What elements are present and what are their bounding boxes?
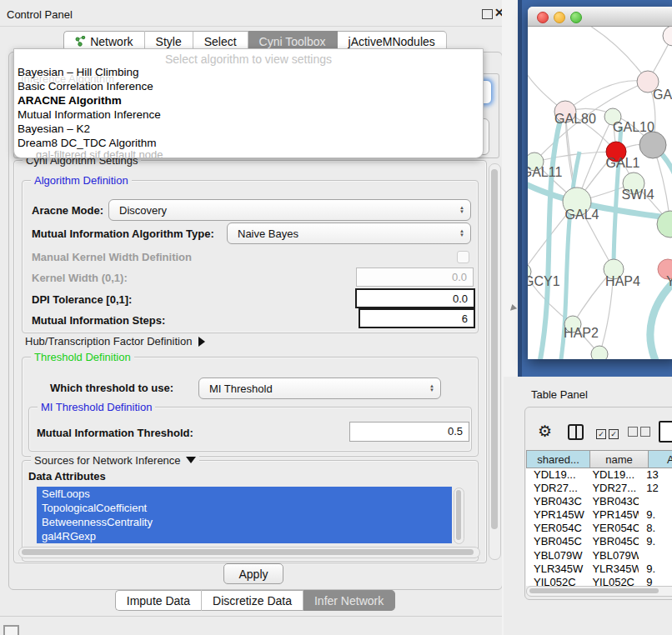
minimize-traffic-light-icon[interactable] — [554, 12, 565, 23]
kernel-width-label: Kernel Width (0,1): — [32, 272, 128, 284]
table-row[interactable]: YER054C YER054C 8. — [526, 522, 672, 535]
data-attribute-item[interactable]: SelfLoops — [37, 487, 452, 501]
kernel-width-input[interactable]: 0.0 — [356, 268, 474, 287]
table-panel-title: Table Panel — [531, 388, 588, 401]
tab-discretize-data[interactable]: Discretize Data — [202, 590, 303, 611]
data-attribute-item[interactable]: BetweennessCentrality — [37, 515, 452, 529]
table-body: YDL19... YDL19... 13 YDR27... YDR27... 1… — [526, 468, 672, 586]
mi-algorithm-type-label: Mutual Information Algorithm Type: — [32, 228, 214, 240]
screen: Control Panel ✕ Network Style Select Cyn… — [0, 0, 672, 635]
aracne-mode-combobox[interactable]: Discovery ▲▼ — [108, 199, 471, 221]
attributes-scroll-thumb[interactable] — [456, 490, 461, 540]
data-attribute-item[interactable]: TopologicalCoefficient — [37, 501, 452, 515]
settings-hscroll-thumb[interactable] — [22, 549, 474, 555]
label-gcy1: GCY1 — [528, 274, 560, 288]
mi-threshold-input[interactable]: 0.5 — [349, 422, 469, 442]
manual-kernel-width-checkbox[interactable] — [457, 251, 469, 263]
node-bottom-partial[interactable] — [591, 346, 608, 359]
mi-threshold-definition-title: MI Threshold Definition — [38, 401, 155, 413]
label-gal-partial: GAL — [653, 88, 672, 102]
network-icon — [75, 36, 86, 48]
node-partial-top[interactable] — [663, 27, 672, 46]
which-threshold-label: Which threshold to use: — [50, 382, 173, 394]
manual-kernel-width-label: Manual Kernel Width Definition — [32, 251, 192, 263]
popup-placeholder: Select algorithm to view settings — [14, 52, 483, 66]
aracne-mode-label: Aracne Mode: — [32, 204, 103, 217]
table-row[interactable]: YDL19... YDL19... 13 — [526, 468, 672, 482]
threshold-definition-title: Threshold Definition — [31, 351, 134, 363]
sources-title[interactable]: Sources for Network Inference — [31, 454, 199, 467]
gear-icon[interactable]: ⚙ — [538, 422, 552, 441]
settings-horizontal-scrollbar[interactable] — [18, 547, 480, 558]
mi-steps-input[interactable]: 6 — [359, 308, 475, 328]
algorithm-list-item[interactable]: ARACNE Algorithm — [18, 93, 479, 108]
label-y-partial: Y — [666, 274, 672, 288]
combo-stepper-icon: ▲▼ — [424, 384, 440, 392]
table-row[interactable]: YLR345W YLR345W 9. — [526, 562, 672, 576]
label-gal10: GAL10 — [613, 120, 654, 134]
table-row[interactable]: YIL052C YIL052C 9 — [526, 576, 672, 586]
data-attribute-item[interactable]: gal4RGexp — [37, 529, 452, 543]
cyni-bottom-tabbar: Impute Data Discretize Data Infer Networ… — [0, 590, 510, 611]
settings-vertical-scrollbar[interactable] — [489, 163, 501, 560]
table-row[interactable]: YBL079W YBL079W — [526, 549, 672, 562]
algorithm-dropdown-popup: Select algorithm to view settings Bayesi… — [13, 48, 484, 158]
control-panel-titlebar: Control Panel ✕ — [0, 0, 510, 27]
network-window-titlebar[interactable] — [528, 7, 672, 27]
node-gal10[interactable] — [639, 132, 666, 158]
new-table-icon[interactable] — [659, 421, 672, 442]
zoom-traffic-light-icon[interactable] — [570, 12, 582, 23]
network-canvas[interactable]: GAL80 GAL10 GAL GAL11 GAL1 GAL4 SWI4 GCY… — [528, 27, 672, 359]
tab-infer-network[interactable]: Infer Network — [303, 590, 395, 611]
table-row[interactable]: YBR045C YBR045C 9. — [526, 535, 672, 548]
combo-stepper-icon: ▲▼ — [454, 206, 470, 214]
settings-vscroll-thumb[interactable] — [491, 169, 498, 529]
bottom-divider — [0, 616, 510, 617]
table-row[interactable]: YBR043C YBR043C — [526, 495, 672, 508]
mi-threshold-label: Mutual Information Threshold: — [37, 427, 193, 439]
which-threshold-combobox[interactable]: MI Threshold ▲▼ — [198, 378, 441, 399]
combo-stepper-icon: ▲▼ — [454, 229, 470, 238]
network-view-window: GAL80 GAL10 GAL GAL11 GAL1 GAL4 SWI4 GCY… — [528, 7, 672, 359]
label-gal80: GAL80 — [554, 112, 596, 126]
table-hscroll-thumb[interactable] — [529, 588, 659, 593]
expand-right-icon — [198, 337, 205, 347]
minimized-panel-icon[interactable] — [3, 625, 19, 635]
float-window-icon[interactable] — [482, 9, 493, 19]
select-columns-off-icon[interactable] — [628, 427, 653, 439]
dpi-tolerance-label: DPI Tolerance [0,1]: — [32, 293, 132, 306]
data-attributes-label: Data Attributes — [28, 470, 106, 482]
network-graph: GAL80 GAL10 GAL GAL11 GAL1 GAL4 SWI4 GCY… — [528, 27, 672, 359]
data-attributes-list: SelfLoopsTopologicalCoefficientBetweenne… — [37, 487, 452, 543]
label-hap2: HAP2 — [564, 326, 599, 340]
close-traffic-light-icon[interactable] — [537, 12, 549, 23]
table-header: shared... name A — [526, 450, 672, 468]
label-gal11: GAL11 — [528, 165, 562, 179]
column-header-name[interactable]: name — [590, 450, 649, 468]
label-gal4: GAL4 — [565, 208, 599, 222]
apply-button[interactable]: Apply — [223, 563, 283, 584]
column-header-partial[interactable]: A — [649, 450, 672, 468]
mi-steps-label: Mutual Information Steps: — [32, 314, 165, 327]
collapse-down-icon — [186, 457, 196, 463]
hub-definition-expander[interactable]: Hub/Transcription Factor Definition — [25, 335, 205, 348]
table-row[interactable]: YDR27... YDR27... 12 — [526, 482, 672, 495]
attributes-scrollbar[interactable] — [454, 488, 464, 544]
select-columns-on-icon[interactable]: ✓✓ — [596, 427, 621, 439]
algorithm-list-item[interactable]: Bayesian – K2 — [18, 122, 479, 136]
dpi-tolerance-input[interactable]: 0.0 — [355, 288, 475, 308]
mi-algorithm-type-combobox[interactable]: Naive Bayes ▲▼ — [227, 222, 471, 244]
ghost-inference-algorithm-text: Inference Algorithm — [21, 72, 114, 85]
ghost-network-name-text: gal-filtered sif default node — [36, 148, 163, 158]
columns-icon[interactable] — [568, 424, 584, 440]
table-horizontal-scrollbar[interactable] — [526, 586, 672, 597]
column-header-shared-name[interactable]: shared... — [526, 450, 590, 468]
algorithm-list-item[interactable]: Mutual Information Inference — [18, 108, 479, 122]
label-gal1: GAL1 — [606, 156, 640, 170]
control-panel-title: Control Panel — [7, 8, 73, 21]
label-swi4: SWI4 — [621, 188, 654, 202]
tab-impute-data[interactable]: Impute Data — [115, 590, 202, 611]
table-row[interactable]: YPR145W YPR145W 9. — [526, 508, 672, 522]
algorithm-definition-title: Algorithm Definition — [31, 174, 132, 187]
label-hap4: HAP4 — [605, 274, 640, 288]
